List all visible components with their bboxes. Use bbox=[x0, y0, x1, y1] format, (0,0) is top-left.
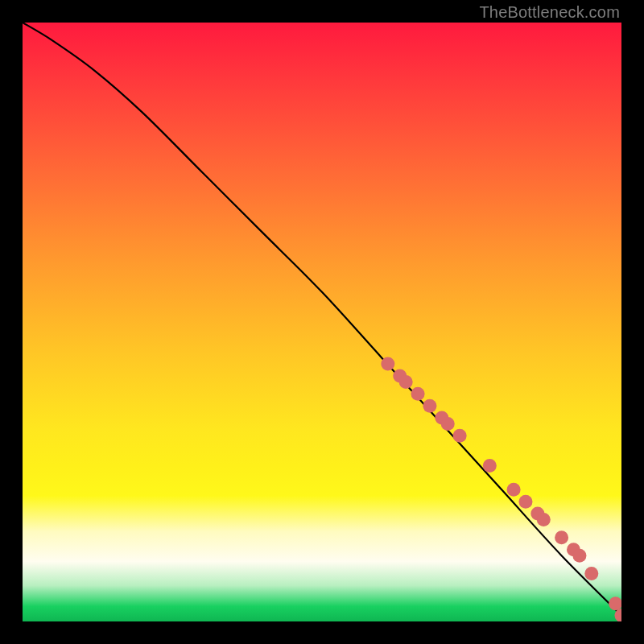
plot-area bbox=[23, 23, 621, 621]
watermark-text: TheBottleneck.com bbox=[479, 3, 620, 22]
chart-stage: TheBottleneck.com bbox=[0, 0, 644, 644]
